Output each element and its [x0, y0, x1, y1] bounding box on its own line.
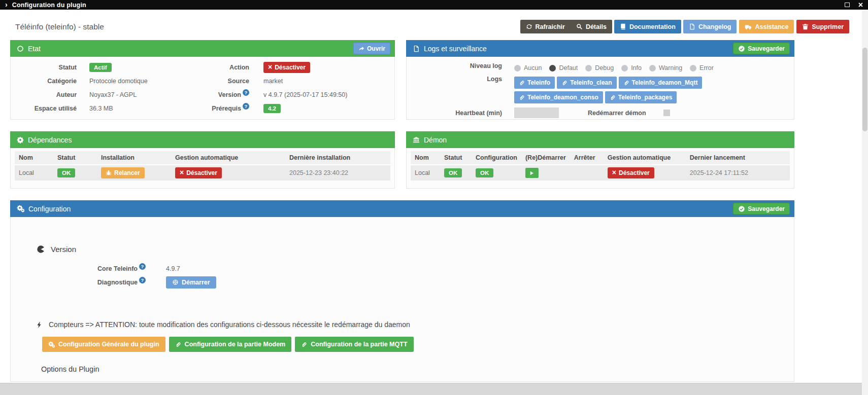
bolt-icon	[36, 321, 43, 329]
version-section-title: Version	[51, 245, 76, 254]
bank-icon	[413, 136, 420, 143]
radio-level-defaut[interactable]	[549, 65, 556, 71]
col-configuration: Configuration	[472, 151, 521, 165]
log-file-button[interactable]: Teleinfo	[514, 77, 555, 89]
col-nom: Nom	[411, 151, 440, 165]
paperclip-icon	[561, 80, 567, 86]
restart-daemon-button[interactable]	[525, 168, 539, 178]
options-plugin-title: Options du Plugin	[41, 365, 786, 373]
log-file-button[interactable]: Teleinfo_clean	[557, 77, 616, 89]
start-diagnostic-button[interactable]: Démarrer	[166, 276, 216, 289]
espace-value: 36.3 MB	[89, 105, 113, 112]
config-generale-button[interactable]: Configuration Générale du plugin	[42, 337, 165, 352]
col-gestion: Gestion automatique	[171, 151, 285, 165]
help-icon[interactable]	[243, 89, 249, 96]
dep-date: 2025-12-23 23:40:22	[285, 165, 390, 181]
details-button[interactable]: Détails	[571, 20, 612, 33]
config-mqtt-button[interactable]: Configuration de la partie MQTT	[295, 337, 413, 352]
table-row: Local OK OK Désactiver 2025-12-24 17:11:…	[411, 165, 790, 181]
paperclip-icon	[175, 341, 181, 347]
disable-plugin-button[interactable]: Désactiver	[263, 62, 310, 73]
categorie-label: Catégorie	[47, 78, 77, 85]
col-statut: Statut	[53, 151, 97, 165]
status-badge: Actif	[89, 63, 112, 72]
diagnostique-label: Diagnostique	[97, 279, 138, 286]
assistance-button[interactable]: Assistance	[739, 20, 794, 33]
heartbeat-input[interactable]	[514, 107, 559, 118]
scrollbar-track[interactable]	[862, 10, 868, 395]
help-icon[interactable]	[139, 277, 146, 283]
log-file-button[interactable]: Teleinfo_deamon_conso	[514, 91, 603, 103]
core-teleinfo-value: 4.9.7	[166, 265, 180, 272]
pacman-icon	[37, 245, 45, 254]
search-icon	[576, 23, 583, 30]
circle-icon	[17, 45, 24, 52]
source-value: market	[263, 78, 283, 85]
check-circle-icon	[738, 205, 745, 212]
demon-status-badge: OK	[444, 168, 462, 177]
dep-nom: Local	[15, 165, 53, 181]
changelog-button[interactable]: Changelog	[683, 20, 737, 33]
relancer-button[interactable]: Relancer	[101, 167, 145, 178]
demon-date: 2025-12-24 17:11:52	[686, 165, 790, 181]
cog-icon	[17, 136, 24, 143]
restore-window-icon[interactable]	[845, 3, 850, 7]
scrollbar-thumb[interactable]	[862, 48, 867, 131]
delete-plugin-button[interactable]: Supprimer	[796, 20, 849, 33]
chevron-right-icon	[5, 1, 12, 10]
col-gestion: Gestion automatique	[604, 151, 686, 165]
auteur-value: Noyax37 - AGPL	[89, 91, 137, 98]
config-modem-button[interactable]: Configuration de la partie Modem	[169, 337, 292, 352]
paperclip-icon	[610, 94, 616, 100]
open-plugin-button[interactable]: Ouvrir	[353, 43, 390, 54]
col-nom: Nom	[15, 151, 53, 165]
version-label: Version	[218, 91, 241, 98]
x-icon	[180, 169, 184, 176]
core-teleinfo-label: Core Teleinfo	[97, 265, 138, 272]
radio-level-warning[interactable]	[649, 65, 656, 71]
save-configuration-button[interactable]: Sauvegarder	[733, 203, 790, 214]
page-title: Téléinfo (teleinfo) - stable	[15, 22, 104, 31]
radio-level-aucun[interactable]	[514, 65, 521, 71]
col-derniere-installation: Dernière installation	[285, 151, 390, 165]
log-file-button[interactable]: Teleinfo_packages	[605, 91, 677, 103]
panel-dependances: Dépendances Nom Statut Installation Gest…	[10, 131, 395, 189]
col-arreter: Arrêter	[570, 151, 604, 165]
panel-logs-title: Logs et surveillance	[424, 45, 487, 53]
paperclip-icon	[519, 94, 525, 100]
radio-level-info[interactable]	[621, 65, 628, 71]
disable-auto-install-button[interactable]: Désactiver	[175, 167, 222, 178]
demon-config-badge: OK	[476, 168, 493, 177]
radio-level-error[interactable]	[690, 65, 696, 71]
paperclip-icon	[301, 341, 307, 347]
documentation-button[interactable]: Documentation	[614, 20, 681, 33]
page-header: Téléinfo (teleinfo) - stable Rafraichir …	[15, 20, 849, 33]
share-arrow-icon	[358, 46, 364, 52]
radio-level-debug[interactable]	[585, 65, 592, 71]
save-logs-button[interactable]: Sauvegarder	[733, 43, 790, 54]
demon-table: Nom Statut Configuration (Re)Démarrer Ar…	[411, 151, 790, 181]
window-titlebar: Configuration du plugin	[0, 0, 868, 10]
close-window-icon[interactable]	[858, 1, 863, 10]
auteur-label: Auteur	[56, 91, 77, 98]
panel-demon: Démon Nom Statut Configuration (Re)Démar…	[406, 131, 794, 189]
page-bottom-strip	[0, 383, 868, 395]
window-title: Configuration du plugin	[12, 2, 86, 9]
table-row: Local OK Relancer Désactiver 2025-12-23 …	[15, 165, 390, 181]
log-file-button[interactable]: Teleinfo_deamon_Mqtt	[619, 77, 703, 89]
niveau-log-label: Niveau log	[470, 62, 502, 69]
refresh-button[interactable]: Rafraichir	[520, 20, 571, 33]
panel-dependances-title: Dépendances	[28, 136, 72, 144]
file-icon	[413, 45, 420, 52]
help-icon[interactable]	[243, 103, 249, 110]
dependances-table: Nom Statut Installation Gestion automati…	[15, 151, 390, 181]
restart-daemon-checkbox[interactable]	[663, 110, 670, 116]
disable-daemon-auto-button[interactable]: Désactiver	[608, 167, 654, 178]
col-redemarrer: (Re)Démarrer	[521, 151, 570, 165]
check-circle-icon	[738, 45, 745, 52]
arreter-cell	[570, 165, 604, 181]
help-icon[interactable]	[139, 263, 146, 270]
col-statut: Statut	[440, 151, 472, 165]
book-icon	[620, 23, 626, 30]
prerequis-badge: 4.2	[263, 104, 281, 113]
